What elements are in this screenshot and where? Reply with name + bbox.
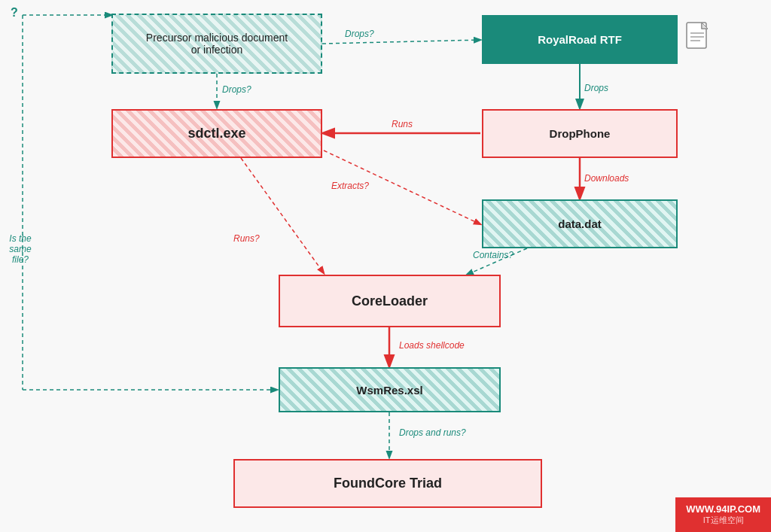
loads-shellcode-label: Loads shellcode <box>399 340 465 351</box>
downloads-label: Downloads <box>584 173 629 184</box>
watermark-site: WWW.94IP.COM <box>686 503 760 515</box>
foundcore-label: FoundCore Triad <box>334 476 442 491</box>
svg-line-6 <box>241 158 324 273</box>
drops-runs-label: Drops and runs? <box>399 427 466 438</box>
arrows-svg <box>0 0 771 532</box>
question-mark-topleft: ? <box>11 6 18 20</box>
same-file-label: Is thesame file? <box>2 233 39 265</box>
royalroad-box: RoyalRoad RTF <box>482 15 678 64</box>
runs-q-label: Runs? <box>233 233 260 244</box>
extracts-label: Extracts? <box>331 181 369 191</box>
foundcore-box: FoundCore Triad <box>233 459 542 508</box>
precursor-box: Precursor malicious documentor infection <box>111 14 322 74</box>
coreloader-label: CoreLoader <box>352 293 428 309</box>
contains-label: Contains? <box>473 250 513 260</box>
dropphone-label: DropPhone <box>550 127 611 140</box>
sdctl-label: sdctl.exe <box>187 126 245 141</box>
drops-q2-label: Drops? <box>222 84 251 95</box>
diagram-container: ? Is thesame file? Precursor malicious d… <box>0 0 771 532</box>
document-icon <box>685 21 712 57</box>
royalroad-label: RoyalRoad RTF <box>538 33 622 46</box>
precursor-label: Precursor malicious documentor infection <box>146 32 288 56</box>
wsmres-box: WsmRes.xsl <box>279 367 501 412</box>
svg-line-0 <box>322 40 480 44</box>
coreloader-box: CoreLoader <box>279 275 501 327</box>
sdctl-box: sdctl.exe <box>111 109 322 158</box>
drops-q1-label: Drops? <box>345 29 374 39</box>
wsmres-label: WsmRes.xsl <box>356 384 422 397</box>
drops-label: Drops <box>584 83 608 93</box>
watermark: WWW.94IP.COM IT运维空间 <box>675 497 771 532</box>
runs-label: Runs <box>392 119 413 129</box>
watermark-subtitle: IT运维空间 <box>686 515 760 526</box>
datadat-box: data.dat <box>482 199 678 248</box>
datadat-label: data.dat <box>558 217 602 230</box>
dropphone-box: DropPhone <box>482 109 678 158</box>
